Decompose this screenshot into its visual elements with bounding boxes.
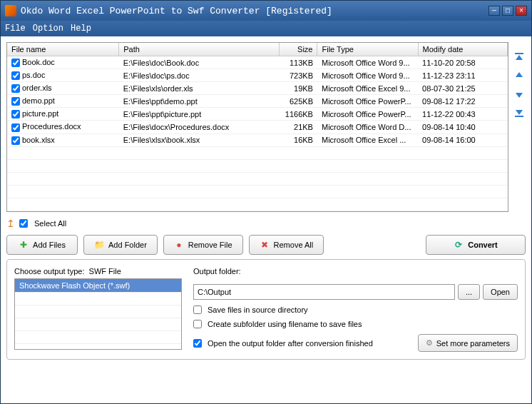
app-icon — [5, 5, 16, 16]
move-bottom-button[interactable] — [513, 106, 526, 119]
header-modifydate[interactable]: Modify date — [418, 43, 507, 56]
select-all-label: Select All — [34, 219, 66, 228]
menu-file[interactable]: File — [5, 24, 26, 34]
move-down-button[interactable] — [513, 88, 526, 101]
table-row — [7, 185, 508, 198]
convert-icon: ⟳ — [454, 240, 464, 250]
header-filename[interactable]: File name — [7, 43, 119, 56]
main-window: Okdo Word Excel PowerPoint to Swf Conver… — [0, 0, 532, 404]
up-arrow-icon: ↥ — [6, 218, 15, 229]
convert-button[interactable]: ⟳Convert — [426, 235, 526, 255]
titlebar: Okdo Word Excel PowerPoint to Swf Conver… — [1, 1, 531, 21]
open-folder-button[interactable]: Open — [483, 284, 518, 300]
table-row[interactable]: book.xlsxE:\Files\xlsx\book.xlsx16KBMicr… — [7, 133, 508, 146]
row-checkbox[interactable] — [11, 84, 20, 93]
table-row — [7, 159, 508, 172]
browse-button[interactable]: ... — [458, 284, 480, 300]
window-title: Okdo Word Excel PowerPoint to Swf Conver… — [21, 6, 488, 16]
menubar: File Option Help — [1, 21, 531, 36]
table-row — [7, 172, 508, 185]
row-checkbox[interactable] — [11, 110, 20, 118]
row-checkbox[interactable] — [11, 71, 20, 80]
move-top-button[interactable] — [513, 51, 526, 64]
add-files-button[interactable]: ✚Add Files — [6, 235, 78, 255]
row-checkbox[interactable] — [11, 123, 20, 132]
minimize-button[interactable]: ─ — [488, 6, 500, 16]
add-folder-button[interactable]: 📁Add Folder — [83, 235, 158, 255]
table-row — [7, 146, 508, 159]
table-row[interactable]: demo.pptE:\Files\ppt\demo.ppt625KBMicros… — [7, 95, 508, 108]
output-type-list[interactable]: Shockwave Flash Object (*.swf) — [14, 278, 182, 350]
header-size[interactable]: Size — [280, 43, 317, 56]
settings-panel: Choose output type: SWF File Shockwave F… — [6, 259, 526, 360]
header-path[interactable]: Path — [119, 43, 280, 56]
close-button[interactable]: × — [516, 6, 527, 16]
file-table[interactable]: File name Path Size File Type Modify dat… — [6, 42, 508, 212]
table-row[interactable]: ps.docE:\Files\doc\ps.doc723KBMicrosoft … — [7, 69, 508, 82]
remove-all-icon: ✖ — [260, 240, 270, 250]
list-item[interactable]: Shockwave Flash Object (*.swf) — [15, 279, 181, 293]
create-subfolder-option[interactable]: Create subfolder using filename to save … — [193, 320, 518, 328]
table-row[interactable]: Procedures.docxE:\Files\docx\Procedures.… — [7, 121, 508, 133]
create-subfolder-checkbox[interactable] — [193, 320, 202, 328]
plus-icon: ✚ — [19, 240, 29, 250]
move-up-button[interactable] — [513, 69, 526, 82]
row-checkbox[interactable] — [11, 136, 20, 145]
gear-icon: ⚙ — [426, 338, 433, 348]
table-row[interactable]: picture.pptE:\Files\ppt\picture.ppt1166K… — [7, 108, 508, 121]
folder-icon: 📁 — [94, 240, 104, 250]
svg-rect-1 — [515, 116, 523, 117]
table-row[interactable]: order.xlsE:\Files\xls\order.xls19KBMicro… — [7, 82, 508, 95]
menu-help[interactable]: Help — [71, 24, 91, 34]
row-checkbox[interactable] — [11, 97, 20, 106]
table-row — [7, 198, 508, 211]
content-area: File name Path Size File Type Modify dat… — [1, 36, 531, 403]
list-item — [15, 318, 181, 331]
save-source-option[interactable]: Save files in source directory — [193, 305, 518, 314]
open-after-option[interactable]: Open the output folder after conversion … — [193, 339, 373, 348]
header-filetype[interactable]: File Type — [317, 43, 418, 56]
list-item — [15, 293, 181, 305]
open-after-checkbox[interactable] — [193, 339, 202, 348]
menu-option[interactable]: Option — [33, 24, 63, 34]
select-all-checkbox[interactable] — [19, 219, 28, 228]
reorder-buttons — [513, 42, 526, 212]
table-row[interactable]: Book.docE:\Files\doc\Book.doc113KBMicros… — [7, 56, 508, 69]
list-item — [15, 305, 181, 318]
output-type-label: Choose output type: SWF File — [14, 267, 182, 276]
save-source-checkbox[interactable] — [193, 305, 202, 314]
remove-all-button[interactable]: ✖Remove All — [249, 235, 324, 255]
minus-icon: ● — [174, 240, 184, 250]
row-checkbox[interactable] — [11, 59, 20, 67]
svg-rect-0 — [515, 53, 523, 54]
list-item — [15, 331, 181, 344]
output-folder-label: Output folder: — [193, 267, 518, 276]
set-parameters-button[interactable]: ⚙Set more parameters — [418, 334, 518, 352]
output-folder-input[interactable] — [193, 284, 455, 300]
maximize-button[interactable]: □ — [502, 6, 513, 16]
remove-file-button[interactable]: ●Remove File — [163, 235, 243, 255]
